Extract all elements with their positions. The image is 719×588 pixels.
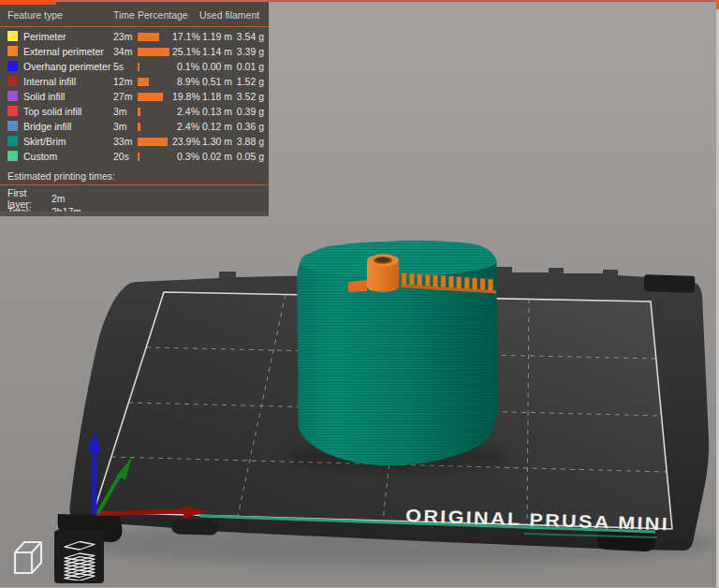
feature-color-swatch — [7, 121, 18, 131]
feature-percentage-bar — [138, 122, 172, 131]
feature-color-swatch — [7, 46, 18, 56]
legend-header-divider — [0, 26, 269, 27]
feature-percentage-bar — [138, 107, 172, 116]
feature-percentage: 2.4% — [172, 121, 199, 132]
feature-filament-weight: 0.39 g — [232, 106, 264, 117]
feature-time: 5s — [113, 61, 138, 72]
feature-percentage-bar — [138, 62, 172, 71]
feature-filament-weight: 0.36 g — [232, 121, 264, 132]
feature-percentage: 19.8% — [172, 91, 199, 102]
feature-label: Skirt/Brim — [23, 136, 113, 147]
legend-feature-row[interactable]: Bridge infill 3m 2.4% 0.12 m 0.36 g — [0, 119, 269, 134]
feature-time: 33m — [113, 136, 138, 147]
legend-rows: Perimeter 23m 17.1% 1.19 m 3.54 g Extern… — [0, 29, 269, 164]
legend-feature-row[interactable]: Overhang perimeter 5s 0.1% 0.00 m 0.01 g — [0, 59, 269, 74]
feature-label: Custom — [23, 151, 113, 162]
first-layer-value: 2m — [51, 193, 269, 204]
feature-percentage-bar — [138, 32, 172, 41]
feature-filament-weight: 3.39 g — [232, 46, 264, 57]
feature-percentage-bar — [138, 77, 172, 86]
first-layer-row: First layer: 2m — [0, 187, 269, 202]
legend-footer-strip — [0, 212, 269, 216]
editor-view-button[interactable] — [3, 530, 52, 583]
feature-time: 12m — [113, 76, 138, 87]
feature-filament-length: 0.13 m — [199, 106, 232, 117]
legend-top-line — [56, 0, 269, 2]
legend-feature-row[interactable]: Custom 20s 0.3% 0.02 m 0.05 g — [0, 149, 269, 164]
feature-color-swatch — [7, 61, 18, 71]
feature-label: Bridge infill — [23, 121, 113, 132]
feature-filament-weight: 0.01 g — [232, 61, 264, 72]
feature-percentage: 0.1% — [172, 61, 199, 72]
feature-percentage: 17.1% — [172, 31, 199, 42]
feature-percentage-bar — [138, 152, 172, 161]
feature-time: 3m — [113, 121, 138, 132]
layers-icon — [59, 534, 100, 581]
feature-filament-length: 0.51 m — [199, 76, 232, 87]
legend-feature-row[interactable]: Internal infill 12m 8.9% 0.51 m 1.52 g — [0, 74, 269, 89]
feature-percentage: 8.9% — [172, 76, 199, 87]
feature-filament-weight: 1.52 g — [232, 76, 264, 87]
column-percentage: Percentage — [138, 9, 199, 21]
feature-color-swatch — [7, 76, 18, 86]
feature-label: External perimeter — [23, 46, 113, 57]
feature-label: Solid infill — [23, 91, 113, 102]
feature-filament-weight: 3.52 g — [232, 91, 264, 102]
feature-label: Overhang perimeter — [23, 61, 113, 72]
feature-label: Perimeter — [23, 31, 113, 42]
bed-rear-tab — [644, 274, 696, 293]
estimated-times-title: Estimated printing times: — [0, 164, 269, 184]
feature-color-swatch — [7, 136, 18, 146]
feature-time: 20s — [113, 151, 138, 162]
feature-percentage-bar — [138, 47, 172, 56]
column-feature-type: Feature type — [7, 9, 113, 21]
column-used-filament: Used filament — [199, 9, 269, 21]
legend-feature-row[interactable]: Solid infill 27m 19.8% 1.18 m 3.52 g — [0, 89, 269, 104]
legend-feature-row[interactable]: Skirt/Brim 33m 23.9% 1.30 m 3.88 g — [0, 134, 269, 149]
feature-color-swatch — [7, 151, 18, 161]
feature-time: 27m — [113, 91, 138, 102]
legend-accent-bar — [0, 0, 56, 5]
bed-foot-mid — [171, 519, 219, 536]
feature-filament-length: 1.19 m — [199, 31, 232, 42]
feature-filament-length: 0.02 m — [199, 151, 232, 162]
feature-color-swatch — [7, 31, 18, 41]
feature-time: 23m — [113, 31, 138, 42]
feature-time: 34m — [113, 46, 138, 57]
feature-color-swatch — [7, 106, 18, 116]
feature-filament-length: 1.14 m — [199, 46, 232, 57]
feature-filament-length: 1.18 m — [199, 91, 232, 102]
preview-view-button[interactable] — [54, 530, 104, 583]
feature-percentage-bar — [138, 137, 172, 146]
feature-filament-length: 0.00 m — [199, 61, 232, 72]
feature-filament-weight: 3.88 g — [232, 136, 264, 147]
feature-label: Top solid infill — [23, 106, 113, 117]
feature-filament-length: 1.30 m — [199, 136, 232, 147]
feature-percentage: 2.4% — [172, 106, 199, 117]
feature-percentage: 23.9% — [172, 136, 199, 147]
sliced-model[interactable] — [290, 234, 506, 478]
cube-icon — [7, 534, 49, 581]
estimated-times-divider — [0, 184, 269, 185]
feature-color-swatch — [7, 91, 18, 101]
feature-time: 3m — [113, 106, 138, 117]
feature-filament-length: 0.12 m — [199, 121, 232, 132]
feature-percentage: 0.3% — [172, 151, 199, 162]
feature-filament-weight: 3.54 g — [232, 31, 264, 42]
gcode-legend-panel: Feature type Time Percentage Used filame… — [0, 0, 269, 216]
legend-feature-row[interactable]: External perimeter 34m 25.1% 1.14 m 3.39… — [0, 44, 269, 59]
feature-percentage-bar — [138, 92, 172, 101]
legend-feature-row[interactable]: Perimeter 23m 17.1% 1.19 m 3.54 g — [0, 29, 269, 44]
feature-label: Internal infill — [23, 76, 113, 87]
feature-percentage: 25.1% — [172, 46, 199, 57]
legend-feature-row[interactable]: Top solid infill 3m 2.4% 0.13 m 0.39 g — [0, 104, 269, 119]
view-mode-toolbar — [3, 530, 104, 583]
column-time: Time — [113, 9, 138, 21]
feature-filament-weight: 0.05 g — [232, 151, 264, 162]
